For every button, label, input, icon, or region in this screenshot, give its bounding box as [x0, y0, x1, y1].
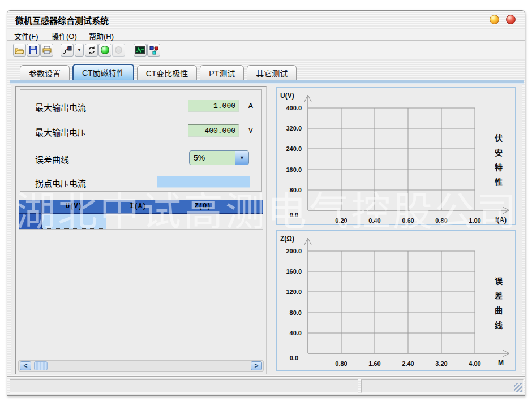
grid-header-row: U(V) I(A) Z(Ω)	[19, 200, 263, 214]
x-axis-title: I(A)	[495, 216, 507, 224]
data-grid: U(V) I(A) Z(Ω)	[19, 200, 263, 230]
combo-dropdown-button[interactable]: ▼	[235, 151, 248, 165]
grid-cell[interactable]	[170, 214, 235, 229]
svg-text:200.0: 200.0	[286, 248, 302, 254]
svg-text:3.20: 3.20	[435, 360, 447, 367]
grid-cell[interactable]	[235, 214, 263, 229]
row-header-cell[interactable]	[19, 214, 42, 229]
max-output-current-field[interactable]: 1.000	[188, 100, 239, 112]
resize-grip[interactable]	[514, 383, 522, 392]
window-title: 微机互感器综合测试系统	[15, 14, 109, 26]
refresh-button[interactable]	[85, 44, 98, 57]
status-panel-right	[361, 379, 524, 393]
stop-icon: ◎	[115, 46, 122, 54]
svg-text:80.0: 80.0	[290, 187, 302, 193]
menu-help[interactable]: 帮助(H)	[89, 31, 114, 41]
tab-other-tests[interactable]: 其它测试	[247, 65, 297, 80]
scroll-left-button[interactable]: <	[20, 361, 31, 370]
max-output-voltage-label: 最大输出电压	[35, 126, 86, 138]
title-bar[interactable]: 微机互感器综合测试系统	[7, 11, 525, 28]
svg-text:240.0: 240.0	[286, 145, 302, 152]
va-chart-side-label: 伏安特性	[492, 134, 504, 193]
status-divider	[7, 376, 525, 377]
svg-text:2.40: 2.40	[402, 360, 414, 367]
save-button[interactable]	[27, 44, 40, 57]
grid-header-u[interactable]: U(V)	[42, 200, 106, 213]
dropdown-arrow-icon: ▼	[77, 47, 81, 53]
knee-point-field[interactable]	[157, 176, 250, 188]
svg-text:1.00: 1.00	[469, 217, 480, 224]
chevron-down-icon: ▼	[239, 155, 244, 161]
current-unit: A	[248, 102, 253, 110]
tab-ct-excitation[interactable]: CT励磁特性	[72, 64, 134, 80]
demagnetize-button[interactable]	[61, 44, 74, 57]
scroll-right-button[interactable]: >	[251, 361, 262, 370]
svg-text:400.0: 400.0	[286, 105, 302, 111]
svg-text:1.60: 1.60	[368, 360, 380, 367]
svg-text:40.0: 40.0	[290, 330, 302, 336]
waveform-button[interactable]	[134, 44, 147, 57]
svg-text:4.00: 4.00	[469, 360, 480, 367]
svg-text:0.60: 0.60	[402, 217, 414, 224]
grid-header-i[interactable]: I(A)	[106, 200, 170, 213]
error-curve-label: 误差曲线	[35, 153, 69, 165]
scrollbar-thumb[interactable]	[34, 361, 48, 370]
selected-cell[interactable]	[42, 214, 106, 229]
topology-icon	[149, 46, 158, 55]
menu-file[interactable]: 文件(F)	[14, 31, 38, 41]
status-panel-left	[10, 379, 358, 393]
error-curve-select[interactable]: 5% ▼	[189, 150, 249, 165]
app-window: 微机互感器综合测试系统 文件(F) 操作(O) 帮助(H) ▼	[7, 10, 525, 396]
start-icon	[101, 46, 109, 54]
open-folder-icon	[15, 46, 24, 54]
tab-page-content: 最大输出电流 1.000 A 最大输出电压 400.000 V 误差曲线 5% …	[11, 84, 522, 375]
va-chart-plot: U(V) 400.0 320.0 240.0 160.0 80.0 0.0 0.…	[277, 88, 515, 224]
va-characteristic-chart: U(V) 400.0 320.0 240.0 160.0 80.0 0.0 0.…	[276, 87, 516, 225]
settings-panel: 最大输出电流 1.000 A 最大输出电压 400.000 V 误差曲线 5% …	[15, 86, 267, 374]
error-curve-value: 5%	[194, 153, 205, 162]
grid-corner-cell	[19, 200, 42, 213]
knee-point-label: 拐点电压电流	[35, 177, 86, 189]
minimize-button[interactable]	[490, 15, 499, 24]
max-output-voltage-field[interactable]: 400.000	[188, 124, 239, 137]
error-curve-chart: Z(Ω) 200.0 160.0 120.0 80.0 40.0 0.0 0.8…	[276, 230, 516, 371]
svg-text:0.80: 0.80	[335, 360, 347, 367]
demagnetize-plug-icon	[62, 46, 72, 55]
stop-button: ◎	[112, 44, 125, 57]
svg-text:80.0: 80.0	[290, 309, 302, 316]
svg-text:0.40: 0.40	[368, 217, 380, 224]
svg-text:320.0: 320.0	[286, 125, 302, 132]
svg-text:0.0: 0.0	[290, 211, 298, 218]
open-button[interactable]	[13, 44, 26, 57]
svg-text:120.0: 120.0	[286, 288, 302, 295]
horizontal-scrollbar[interactable]: < >	[18, 360, 264, 372]
start-button[interactable]	[98, 44, 111, 57]
tab-ct-ratio-polarity[interactable]: CT变比极性	[137, 65, 198, 80]
demagnetize-dropdown-button[interactable]: ▼	[75, 44, 84, 57]
table-row	[19, 214, 263, 230]
tab-panel-top-edge	[10, 80, 524, 84]
grid-header-filler	[235, 200, 263, 213]
topology-button[interactable]	[147, 44, 160, 57]
grid-cell[interactable]	[106, 214, 170, 229]
tab-pt-test[interactable]: PT测试	[200, 65, 244, 80]
svg-text:0.20: 0.20	[335, 217, 347, 224]
save-floppy-icon	[29, 46, 37, 54]
waveform-screen-icon	[135, 46, 145, 54]
svg-text:0.80: 0.80	[435, 217, 447, 224]
tab-parameter-settings[interactable]: 参数设置	[20, 65, 70, 80]
svg-text:160.0: 160.0	[286, 268, 302, 275]
voltage-unit: V	[248, 127, 253, 135]
print-button[interactable]	[40, 44, 53, 57]
menu-operate[interactable]: 操作(O)	[52, 31, 77, 41]
svg-text:160.0: 160.0	[286, 166, 302, 173]
y-axis-title: Z(Ω)	[280, 235, 294, 243]
grid-header-z[interactable]: Z(Ω)	[170, 200, 235, 213]
close-button[interactable]	[506, 15, 516, 24]
y-axis-title: U(V)	[280, 92, 294, 100]
max-output-current-label: 最大输出电流	[35, 101, 86, 113]
error-chart-side-label: 误差曲线	[492, 277, 504, 336]
printer-icon	[42, 46, 52, 54]
desktop: 微机互感器综合测试系统 文件(F) 操作(O) 帮助(H) ▼	[0, 0, 532, 406]
menu-bar: 文件(F) 操作(O) 帮助(H)	[7, 29, 525, 41]
